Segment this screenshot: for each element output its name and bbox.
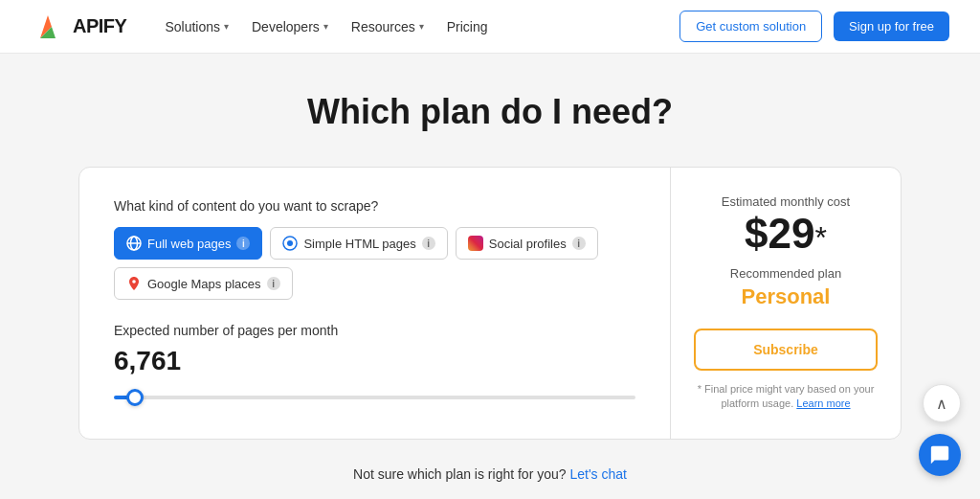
social-info-icon: i	[572, 237, 586, 250]
social-icon	[468, 236, 483, 251]
nav-right: Get custom solution Sign up for free	[679, 11, 949, 42]
card-right: Estimated monthly cost $29* Recommended …	[671, 168, 901, 439]
chat-icon	[929, 444, 950, 465]
custom-solution-button[interactable]: Get custom solution	[679, 11, 822, 42]
full-web-info-icon: i	[236, 237, 250, 250]
resources-chevron: ▾	[419, 21, 424, 32]
full-web-label: Full web pages	[147, 237, 231, 251]
resources-label: Resources	[351, 19, 415, 34]
nav-links: Solutions ▾ Developers ▾ Resources ▾ Pri…	[157, 13, 495, 40]
simple-html-label: Simple HTML pages	[303, 237, 415, 251]
pricing-label: Pricing	[447, 19, 488, 34]
nav-left: APIFY Solutions ▾ Developers ▾ Resources…	[31, 10, 496, 44]
plan-calculator-card: What kind of content do you want to scra…	[78, 167, 902, 440]
content-type-simple-html[interactable]: Simple HTML pages i	[270, 227, 447, 260]
nav-resources[interactable]: Resources ▾	[344, 13, 432, 40]
subscribe-button[interactable]: Subscribe	[694, 329, 878, 371]
chat-button[interactable]	[919, 434, 961, 476]
simple-html-icon	[282, 236, 298, 251]
pages-count: 6,761	[114, 346, 635, 376]
developers-chevron: ▾	[323, 21, 328, 32]
nav-developers[interactable]: Developers ▾	[244, 13, 336, 40]
svg-point-8	[132, 280, 136, 284]
slider-container	[114, 388, 635, 407]
developers-label: Developers	[252, 19, 320, 34]
price-value: $29	[745, 210, 814, 257]
nav-solutions[interactable]: Solutions ▾	[157, 13, 236, 40]
estimated-cost-label: Estimated monthly cost	[722, 194, 850, 209]
main-content: Which plan do I need? What kind of conte…	[0, 54, 980, 499]
page-title: Which plan do I need?	[307, 92, 673, 132]
globe-icon	[126, 236, 142, 251]
svg-point-7	[287, 240, 293, 246]
plan-name: Personal	[742, 284, 831, 309]
recommended-label: Recommended plan	[730, 266, 841, 281]
maps-label: Google Maps places	[147, 277, 261, 291]
simple-html-info-icon: i	[422, 237, 435, 250]
navbar: APIFY Solutions ▾ Developers ▾ Resources…	[0, 0, 980, 54]
price-display: $29*	[745, 213, 827, 255]
scroll-up-icon: ∧	[936, 395, 947, 413]
lets-chat-link[interactable]: Let's chat	[569, 466, 627, 482]
solutions-label: Solutions	[165, 19, 220, 34]
pages-label: Expected number of pages per month	[114, 323, 635, 338]
price-note: * Final price might vary based on your p…	[694, 382, 878, 412]
content-type-maps[interactable]: Google Maps places i	[114, 267, 293, 300]
logo[interactable]: APIFY	[31, 10, 126, 44]
bottom-cta-text: Not sure which plan is right for you?	[353, 466, 567, 482]
maps-icon	[126, 276, 142, 291]
content-type-social[interactable]: Social profiles i	[456, 227, 598, 260]
solutions-chevron: ▾	[224, 21, 229, 32]
scroll-up-button[interactable]: ∧	[923, 384, 961, 422]
social-label: Social profiles	[489, 237, 567, 251]
maps-info-icon: i	[267, 277, 280, 290]
price-asterisk: *	[814, 220, 826, 255]
content-question: What kind of content do you want to scra…	[114, 198, 635, 214]
content-type-full-web[interactable]: Full web pages i	[114, 227, 262, 260]
bottom-cta: Not sure which plan is right for you? Le…	[353, 466, 627, 482]
content-type-buttons: Full web pages i Simple HTML pages i Soc…	[114, 227, 635, 300]
nav-pricing[interactable]: Pricing	[439, 13, 496, 40]
card-left: What kind of content do you want to scra…	[79, 168, 671, 439]
logo-text: APIFY	[73, 15, 126, 37]
apify-logo-icon	[31, 10, 65, 44]
signup-button[interactable]: Sign up for free	[834, 11, 949, 41]
learn-more-link[interactable]: Learn more	[796, 397, 850, 409]
